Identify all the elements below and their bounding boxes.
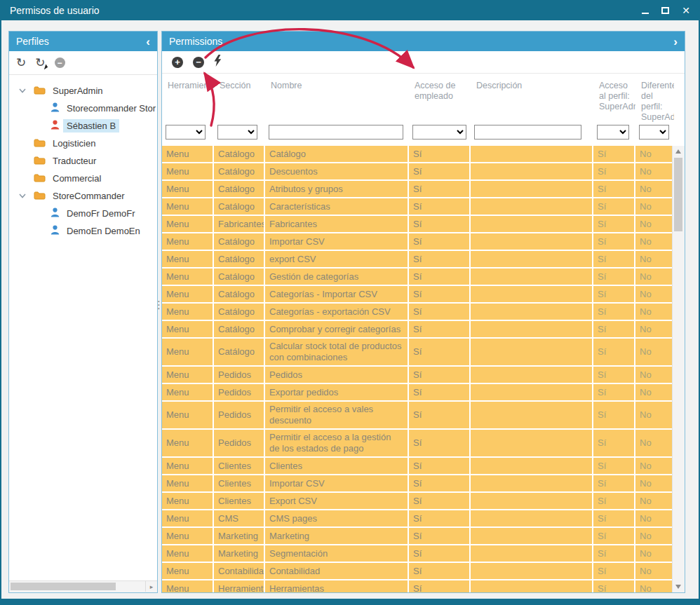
tree-item-logisticien[interactable]: Logisticien xyxy=(9,135,157,152)
table-row[interactable]: Menu Pedidos Pedidos Sí Sí No xyxy=(162,367,672,384)
horizontal-scrollbar-thumb[interactable] xyxy=(11,583,116,590)
cell-employee-access[interactable]: Sí xyxy=(409,384,471,400)
cell-employee-access[interactable]: Sí xyxy=(409,163,471,179)
scroll-up-button[interactable] xyxy=(675,149,681,154)
cell-profile-access[interactable]: Sí xyxy=(593,475,635,491)
filter-seccion-select[interactable] xyxy=(217,125,257,140)
cell-profile-access[interactable]: Sí xyxy=(593,384,635,400)
table-row[interactable]: Menu Pedidos Permitir el acceso a vales … xyxy=(162,402,672,430)
refresh-selected-button[interactable]: ↻ xyxy=(35,57,45,69)
cell-profile-access[interactable]: Sí xyxy=(593,545,635,562)
cell-employee-access[interactable]: Sí xyxy=(409,339,471,365)
cell-different[interactable]: No xyxy=(635,233,672,250)
table-row[interactable]: Menu Catálogo Gestión de categorías Sí S… xyxy=(162,268,672,286)
cell-profile-access[interactable]: Sí xyxy=(593,163,635,179)
cell-profile-access[interactable]: Sí xyxy=(593,286,635,302)
cell-different[interactable]: No xyxy=(635,563,672,579)
cell-profile-access[interactable]: Sí xyxy=(593,321,635,337)
cell-profile-access[interactable]: Sí xyxy=(593,510,635,526)
tree-item-demofr[interactable]: DemoFr DemoFr xyxy=(9,205,157,222)
table-row[interactable]: Menu Contabilidad Contabilidad Sí Sí No xyxy=(162,563,672,580)
filter-acceso-select[interactable] xyxy=(412,125,466,140)
cell-different[interactable]: No xyxy=(635,402,672,428)
table-row[interactable]: Menu Clientes Export CSV Sí Sí No xyxy=(162,493,672,510)
column-header-nombre[interactable]: Nombre xyxy=(265,74,409,123)
tree-item-storecommander-user[interactable]: Storecommander Stor xyxy=(9,100,157,117)
cell-profile-access[interactable]: Sí xyxy=(593,367,635,383)
cell-employee-access[interactable]: Sí xyxy=(409,181,471,197)
apply-lightning-button[interactable] xyxy=(214,55,222,69)
cell-employee-access[interactable]: Sí xyxy=(409,402,471,428)
refresh-button[interactable]: ↻ xyxy=(16,57,26,69)
cell-employee-access[interactable]: Sí xyxy=(409,216,471,232)
column-header-acceso-empleado[interactable]: Acceso de empleado xyxy=(409,74,471,123)
cell-employee-access[interactable]: Sí xyxy=(409,563,471,579)
table-row[interactable]: Menu Catálogo Categorías - Importar CSV … xyxy=(162,286,672,304)
table-row[interactable]: Menu CMS CMS pages Sí Sí No xyxy=(162,510,672,528)
cell-profile-access[interactable]: Sí xyxy=(593,146,635,162)
maximize-button[interactable] xyxy=(661,5,669,16)
collapse-panel-button[interactable]: ‹ xyxy=(146,36,150,48)
expand-panel-button[interactable]: › xyxy=(673,36,678,48)
chevron-down-icon[interactable] xyxy=(19,88,30,93)
cell-different[interactable]: No xyxy=(635,475,672,491)
filter-herramienta-select[interactable] xyxy=(166,125,206,140)
cell-different[interactable]: No xyxy=(635,304,672,320)
cell-different[interactable]: No xyxy=(635,384,672,400)
cell-different[interactable]: No xyxy=(635,339,672,365)
cell-employee-access[interactable]: Sí xyxy=(409,268,471,285)
cell-employee-access[interactable]: Sí xyxy=(409,321,471,337)
cell-different[interactable]: No xyxy=(635,163,672,179)
cell-profile-access[interactable]: Sí xyxy=(593,198,635,215)
cell-different[interactable]: No xyxy=(635,198,672,215)
table-row[interactable]: Menu Catálogo Catálogo Sí Sí No xyxy=(162,146,672,163)
cell-different[interactable]: No xyxy=(635,528,672,544)
cell-different[interactable]: No xyxy=(635,216,672,232)
tree-item-superadmin[interactable]: SuperAdmin xyxy=(9,82,157,100)
cell-different[interactable]: No xyxy=(635,321,672,337)
cell-profile-access[interactable]: Sí xyxy=(593,402,635,428)
close-button[interactable]: ✕ xyxy=(682,6,690,15)
filter-nombre-input[interactable] xyxy=(269,125,403,140)
remove-profile-button[interactable]: − xyxy=(55,57,65,68)
cell-profile-access[interactable]: Sí xyxy=(593,493,635,509)
table-row[interactable]: Menu Clientes Clientes Sí Sí No xyxy=(162,458,672,475)
cell-employee-access[interactable]: Sí xyxy=(409,430,471,456)
column-header-seccion[interactable]: Sección xyxy=(214,74,265,123)
cell-profile-access[interactable]: Sí xyxy=(593,268,635,285)
cell-employee-access[interactable]: Sí xyxy=(409,233,471,250)
table-row[interactable]: Menu Pedidos Permitir el acceso a la ges… xyxy=(162,430,672,458)
table-row[interactable]: Menu Catálogo Calcular stock total de pr… xyxy=(162,339,672,367)
cell-employee-access[interactable]: Sí xyxy=(409,475,471,491)
table-row[interactable]: Menu Herramientas Herramientas Sí Sí No xyxy=(162,580,672,592)
tree-item-traducteur[interactable]: Traducteur xyxy=(9,152,157,170)
cell-different[interactable]: No xyxy=(635,580,672,592)
cell-employee-access[interactable]: Sí xyxy=(409,493,471,509)
cell-profile-access[interactable]: Sí xyxy=(593,233,635,250)
cell-different[interactable]: No xyxy=(635,286,672,302)
minimize-button[interactable] xyxy=(642,5,649,16)
cell-profile-access[interactable]: Sí xyxy=(593,304,635,320)
column-header-descripcion[interactable]: Descripción xyxy=(471,74,593,123)
cell-profile-access[interactable]: Sí xyxy=(593,339,635,365)
cell-different[interactable]: No xyxy=(635,251,672,267)
scroll-down-button[interactable] xyxy=(675,585,681,589)
cell-employee-access[interactable]: Sí xyxy=(409,198,471,215)
cell-profile-access[interactable]: Sí xyxy=(593,251,635,267)
cell-employee-access[interactable]: Sí xyxy=(409,458,471,474)
scroll-right-button[interactable]: ▸ xyxy=(145,581,157,592)
table-row[interactable]: Menu Catálogo export CSV Sí Sí No xyxy=(162,251,672,268)
table-row[interactable]: Menu Marketing Segmentación Sí Sí No xyxy=(162,545,672,563)
table-row[interactable]: Menu Clientes Importar CSV Sí Sí No xyxy=(162,475,672,493)
vertical-scrollbar-thumb[interactable] xyxy=(674,158,682,231)
cell-employee-access[interactable]: Sí xyxy=(409,367,471,383)
remove-permission-button[interactable]: − xyxy=(193,57,204,68)
filter-diferente-select[interactable] xyxy=(639,125,669,140)
cell-profile-access[interactable]: Sí xyxy=(593,181,635,197)
cell-employee-access[interactable]: Sí xyxy=(409,304,471,320)
cell-profile-access[interactable]: Sí xyxy=(593,563,635,579)
cell-different[interactable]: No xyxy=(635,430,672,456)
chevron-down-icon[interactable] xyxy=(19,193,30,198)
filter-descripcion-input[interactable] xyxy=(474,125,581,140)
table-row[interactable]: Menu Pedidos Exportar pedidos Sí Sí No xyxy=(162,384,672,402)
